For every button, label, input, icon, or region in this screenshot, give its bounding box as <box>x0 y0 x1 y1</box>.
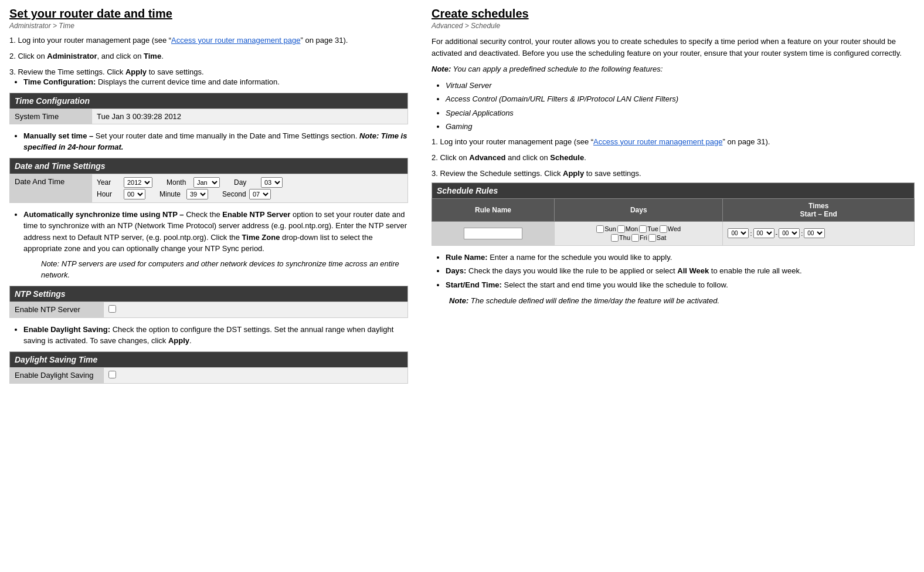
dst-row: Enable Daylight Saving <box>10 367 408 383</box>
features-list: Virtual Server Access Control (Domain/UR… <box>446 80 915 133</box>
right-title: Create schedules <box>432 7 915 21</box>
dst-bullets: Enable Daylight Saving: Check the option… <box>23 324 408 347</box>
dt-row-top: Year 2012 Month JanFebMarApr MayJunJulAu… <box>97 177 403 188</box>
feature-4: Gaming <box>446 121 915 133</box>
system-time-value: Tue Jan 3 00:39:28 2012 <box>92 109 408 124</box>
ntp-enable-checkbox[interactable] <box>108 305 116 313</box>
dt-grid: Year 2012 Month JanFebMarApr MayJunJulAu… <box>97 177 403 199</box>
right-final-note: Note: The schedule defined will define t… <box>449 295 915 307</box>
dt-settings-table: Date and Time Settings Date And Time Yea… <box>9 158 408 203</box>
bullet-start-end: Start/End Time: Select the start and end… <box>446 279 915 291</box>
col-rule-name: Rule Name <box>432 198 555 221</box>
time-config-table: Time Configuration System Time Tue Jan 3… <box>9 93 408 124</box>
auto-ntp-bullets: Automatically synchronize time using NTP… <box>23 209 408 281</box>
dt-label: Date And Time <box>10 174 92 202</box>
bullet-time-config: Time Configuration: Displays the current… <box>23 76 408 88</box>
bullet-manual: Manually set time – Set your router date… <box>23 130 408 153</box>
dst-enable-checkbox[interactable] <box>108 371 116 378</box>
times-cell: 000102 : 00153045 - 000102 : <box>723 221 915 245</box>
right-bullets: Rule Name: Enter a name for the schedule… <box>446 252 915 291</box>
left-breadcrumb: Administrator > Time <box>9 22 408 30</box>
right-column: Create schedules Advanced > Schedule For… <box>432 7 915 391</box>
right-step-2: 2. Click on Advanced and click on Schedu… <box>432 153 915 162</box>
day-select[interactable]: 03 <box>261 177 283 188</box>
right-step2-text: 2. Click on Advanced and click on Schedu… <box>432 153 915 162</box>
day-tue[interactable]: Tue <box>639 225 658 233</box>
ntp-header: NTP Settings <box>10 286 408 302</box>
bullet-auto-ntp: Automatically synchronize time using NTP… <box>23 209 408 281</box>
left-step-2: 2. Click on Administrator, and click on … <box>9 52 408 60</box>
right-note: Note: You can apply a predefined schedul… <box>432 63 915 75</box>
ntp-settings-table: NTP Settings Enable NTP Server <box>9 286 408 318</box>
day-fri[interactable]: Fri <box>631 234 647 242</box>
sched-table-header: Schedule Rules <box>432 182 915 198</box>
bullet-days: Days: Check the days you would like the … <box>446 265 915 277</box>
year-label: Year <box>97 178 119 187</box>
day-mon[interactable]: Mon <box>617 225 638 233</box>
day-label: Day <box>234 178 256 187</box>
sched-header-cols: Rule Name Days Times Start – End <box>432 198 915 221</box>
second-select[interactable]: 07 <box>249 189 271 199</box>
left-step-3: 3. Review the Time settings. Click Apply… <box>9 67 408 384</box>
right-step3-text: 3. Review the Schedule settings. Click A… <box>432 169 915 178</box>
minute-label: Minute <box>159 190 182 198</box>
times-selects: 000102 : 00153045 - 000102 : <box>728 228 909 238</box>
days-row-1: Sun Mon Tue Wed <box>559 225 718 233</box>
ntp-note: Note: NTP servers are used for computers… <box>41 258 408 281</box>
hour-select[interactable]: 00 <box>124 189 145 199</box>
right-step1-text: 1. Log into your router management page … <box>432 137 915 146</box>
sched-row: Sun Mon Tue Wed Thu Fri Sat <box>432 221 915 245</box>
hour-label: Hour <box>97 190 119 198</box>
dst-table: Daylight Saving Time Enable Daylight Sav… <box>9 351 408 384</box>
system-time-label: System Time <box>10 109 92 124</box>
time-config-header: Time Configuration <box>10 93 408 109</box>
right-step1-link[interactable]: Access your router management page <box>593 137 722 146</box>
step1-link[interactable]: Access your router management page <box>171 36 300 45</box>
ntp-enable-val <box>104 302 408 317</box>
col-days: Days <box>554 198 722 221</box>
dt-row-bottom: Hour 00 Minute 39 Second <box>97 189 403 199</box>
rule-name-input[interactable] <box>464 228 522 239</box>
dst-enable-val <box>104 367 408 383</box>
left-title: Set your router date and time <box>9 7 408 21</box>
right-step-1: 1. Log into your router management page … <box>432 137 915 146</box>
day-thu[interactable]: Thu <box>611 234 630 242</box>
start-hour-select[interactable]: 000102 <box>728 228 749 238</box>
bullet-dst: Enable Daylight Saving: Check the option… <box>23 324 408 347</box>
rule-name-cell <box>432 221 555 245</box>
step2-text: 2. Click on Administrator, and click on … <box>9 52 408 60</box>
day-sat[interactable]: Sat <box>648 234 667 242</box>
day-sun[interactable]: Sun <box>596 225 616 233</box>
start-min-select[interactable]: 00153045 <box>753 228 774 238</box>
ntp-row: Enable NTP Server <box>10 302 408 317</box>
left-step-1: 1. Log into your router management page … <box>9 36 408 45</box>
end-hour-select[interactable]: 000102 <box>779 228 800 238</box>
step3-bullets: Time Configuration: Displays the current… <box>23 76 408 88</box>
dst-enable-label: Enable Daylight Saving <box>10 367 104 383</box>
right-intro: For additional security control, your ro… <box>432 36 915 59</box>
dst-header: Daylight Saving Time <box>10 351 408 367</box>
month-select[interactable]: JanFebMarApr MayJunJulAug SepOctNovDec <box>193 177 220 188</box>
right-step-3: 3. Review the Schedule settings. Click A… <box>432 169 915 307</box>
step1-num: 1. Log into your router management page … <box>9 36 348 45</box>
schedule-table: Schedule Rules Rule Name Days Times Star… <box>432 182 915 246</box>
end-min-select[interactable]: 00153045 <box>804 228 825 238</box>
second-label: Second <box>222 190 244 198</box>
feature-2: Access Control (Domain/URL Filters & IP/… <box>446 93 915 105</box>
feature-3: Special Applications <box>446 107 915 119</box>
sched-header-top: Schedule Rules <box>432 182 915 198</box>
days-cell: Sun Mon Tue Wed Thu Fri Sat <box>554 221 722 245</box>
dt-row: Date And Time Year 2012 Month <box>10 174 408 202</box>
minute-select[interactable]: 39 <box>186 189 208 199</box>
feature-1: Virtual Server <box>446 80 915 92</box>
step1-text: 1. Log into your router management page … <box>9 36 408 45</box>
days-row-2: Thu Fri Sat <box>559 234 718 242</box>
day-wed[interactable]: Wed <box>660 225 681 233</box>
year-select[interactable]: 2012 <box>124 177 152 188</box>
col-times: Times Start – End <box>723 198 915 221</box>
right-breadcrumb: Advanced > Schedule <box>432 22 915 30</box>
step3-text: 3. Review the Time settings. Click Apply… <box>9 67 408 76</box>
left-column: Set your router date and time Administra… <box>9 7 408 391</box>
manual-time-bullets: Manually set time – Set your router date… <box>23 130 408 153</box>
ntp-enable-label: Enable NTP Server <box>10 302 104 317</box>
